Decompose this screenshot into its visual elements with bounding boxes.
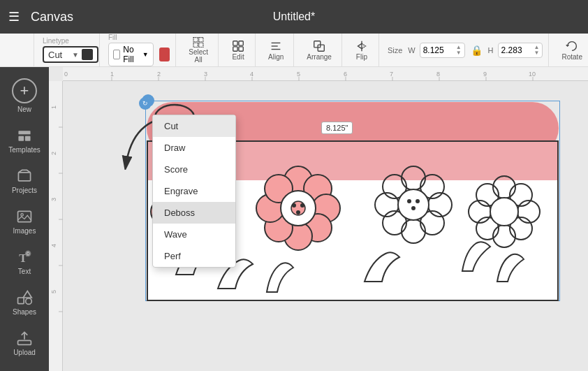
svg-point-107	[490, 198, 518, 226]
sidebar-item-projects[interactable]: Projects	[3, 162, 45, 200]
size-section: Size W ▲ ▼ 🔒 H ▲ ▼	[382, 34, 550, 66]
svg-point-98	[411, 206, 416, 210]
svg-text:8: 8	[436, 71, 440, 78]
sidebar-shapes-label: Shapes	[13, 308, 36, 316]
sidebar-item-text[interactable]: T © Text	[3, 243, 45, 281]
rotate-handle[interactable]: ↻	[139, 97, 152, 110]
fill-color-preview	[113, 50, 120, 59]
flip-label: Flip	[356, 53, 367, 61]
svg-point-86	[296, 210, 300, 214]
redo-button[interactable]	[21, 48, 29, 53]
linetype-option-engrave[interactable]: Engrave	[153, 180, 235, 202]
fill-value: No Fill	[123, 45, 139, 64]
document-title: Untitled*	[273, 10, 315, 23]
linetype-option-cut[interactable]: Cut	[153, 115, 235, 137]
width-input-wrapper: ▲ ▼	[420, 43, 465, 58]
svg-text:1: 1	[50, 106, 57, 109]
app-name: Canvas	[31, 10, 73, 24]
rotate-section: Rotate	[552, 34, 588, 66]
linetype-option-deboss[interactable]: Deboss	[153, 202, 235, 224]
fill-dropdown[interactable]: No Fill ▼	[108, 43, 154, 66]
text-icon: T ©	[16, 249, 33, 265]
measure-label: 8.125"	[321, 122, 353, 134]
edit-button[interactable]: Edit	[226, 34, 251, 66]
svg-text:2: 2	[50, 152, 57, 155]
height-input[interactable]	[501, 45, 533, 55]
arrange-button[interactable]: Arrange	[301, 34, 337, 66]
linetype-chevron-icon: ▼	[72, 51, 79, 59]
topbar: ☰ Canvas Untitled*	[0, 0, 588, 34]
rotate-label: Rotate	[561, 53, 582, 61]
svg-text:2: 2	[157, 71, 161, 78]
svg-rect-17	[18, 211, 31, 221]
svg-text:9: 9	[483, 71, 487, 78]
svg-rect-25	[18, 340, 31, 344]
width-input[interactable]	[423, 45, 455, 55]
svg-rect-16	[18, 173, 30, 181]
sidebar-item-upload[interactable]: Upload	[3, 324, 45, 362]
linetype-option-perf[interactable]: Perf	[153, 245, 235, 267]
linetype-dropdown-trigger[interactable]: Cut ▼	[43, 46, 98, 63]
svg-point-95	[398, 189, 429, 220]
sidebar-item-images[interactable]: Images	[3, 203, 45, 240]
sidebar-images-label: Images	[13, 227, 36, 235]
height-input-wrapper: ▲ ▼	[498, 43, 543, 58]
rotate-button[interactable]: Rotate	[556, 34, 587, 66]
svg-rect-22	[18, 298, 24, 304]
ruler-horizontal: 0 1 2 3 4 5 6 7 8 9 10	[63, 67, 588, 81]
align-button[interactable]: Align	[263, 34, 289, 66]
svg-marker-23	[23, 291, 31, 298]
sidebar-item-shapes[interactable]: Shapes	[3, 284, 45, 321]
linetype-option-score[interactable]: Score	[153, 159, 235, 180]
sidebar-item-templates[interactable]: Templates	[3, 122, 45, 159]
svg-text:10: 10	[529, 71, 536, 78]
undo-button[interactable]	[10, 48, 18, 53]
svg-rect-6	[233, 47, 237, 51]
svg-text:4: 4	[250, 71, 253, 78]
fill-chevron-icon: ▼	[142, 51, 149, 58]
svg-rect-7	[239, 47, 243, 51]
svg-rect-4	[233, 41, 237, 45]
lock-ratio-icon[interactable]: 🔒	[471, 45, 483, 56]
select-all-section: Select All	[179, 34, 219, 66]
ruler-vertical: 1 2 3 4 5	[49, 81, 63, 371]
svg-rect-1	[199, 38, 203, 42]
select-all-button[interactable]: Select All	[183, 34, 214, 66]
sidebar-item-new[interactable]: + New	[3, 73, 45, 119]
canvas-area[interactable]: 0 1 2 3 4 5 6 7 8 9 10	[49, 67, 588, 371]
svg-text:3: 3	[50, 198, 57, 201]
svg-text:0: 0	[64, 71, 68, 78]
svg-point-91	[402, 219, 425, 243]
canvas-content: 8.125"	[63, 81, 588, 371]
select-all-label: Select All	[189, 48, 208, 64]
undo-redo-group	[6, 34, 34, 66]
arrange-label: Arrange	[307, 53, 332, 61]
linetype-option-draw[interactable]: Draw	[153, 137, 235, 159]
svg-rect-14	[18, 136, 24, 141]
svg-text:1: 1	[110, 71, 114, 78]
sidebar-text-label: Text	[18, 268, 31, 275]
linetype-value: Cut	[48, 50, 69, 60]
svg-point-96	[407, 199, 411, 203]
projects-icon	[16, 168, 33, 184]
svg-point-18	[21, 214, 23, 216]
fill-control: No Fill ▼	[108, 43, 170, 66]
sidebar: + New Templates Projects	[0, 67, 49, 371]
color-swatch[interactable]	[159, 48, 170, 61]
menu-icon[interactable]: ☰	[8, 9, 20, 24]
flip-button[interactable]: Flip	[349, 34, 374, 66]
svg-text:5: 5	[50, 290, 57, 293]
svg-rect-5	[239, 41, 243, 45]
sidebar-upload-label: Upload	[13, 349, 36, 356]
svg-rect-13	[18, 131, 30, 134]
svg-point-97	[416, 199, 420, 203]
fill-label: Fill	[108, 34, 117, 41]
align-section: Align	[258, 34, 294, 66]
main-layout: + New Templates Projects	[0, 67, 588, 371]
toolbar: Linetype Cut ▼ Fill No Fill ▼	[0, 34, 588, 67]
linetype-option-wave[interactable]: Wave	[153, 224, 235, 245]
height-down-arrow[interactable]: ▼	[534, 50, 540, 56]
sidebar-new-label: New	[17, 106, 31, 113]
linetype-section: Linetype Cut ▼	[37, 34, 100, 66]
width-down-arrow[interactable]: ▼	[456, 50, 462, 56]
